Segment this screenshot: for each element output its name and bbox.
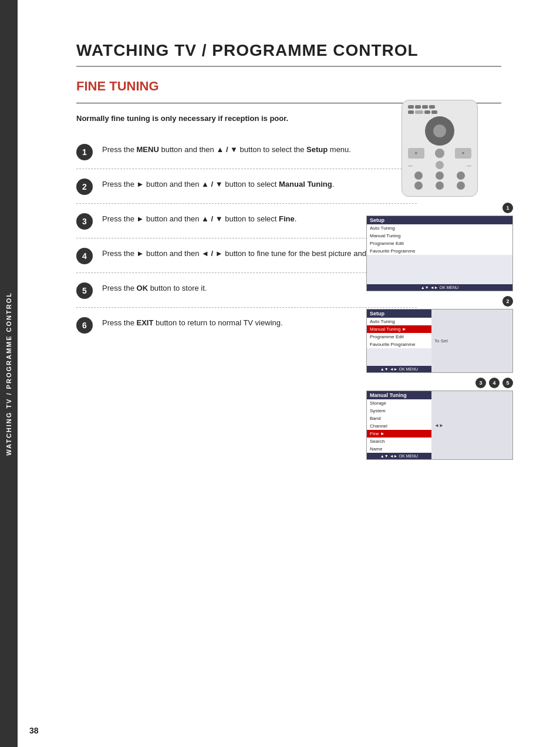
- diagram-label-3: 3 4 5: [366, 378, 513, 388]
- menu-item-system: System: [367, 407, 431, 415]
- remote-plus-row: + +: [408, 148, 471, 159]
- remote-center-icon: [435, 149, 444, 158]
- menu-item-favprog1: Favourite Programme: [367, 247, 512, 255]
- menu-title-setup2: Setup: [367, 309, 431, 318]
- step-row-2: 2 Press the ► button and then ▲ / ▼ butt…: [76, 169, 417, 204]
- main-content: WATCHING TV / PROGRAMME CONTROL FINE TUN…: [53, 23, 525, 359]
- step-row-6: 6 Press the EXIT button to return to nor…: [76, 308, 417, 342]
- menu-screenshot-setup1: Setup Auto Tuning Manual Tuning Programm…: [366, 216, 513, 291]
- step-indicator-1: 1: [502, 203, 513, 213]
- side-label-text: WATCHING TV / PROGRAMME CONTROL: [5, 292, 12, 456]
- menu-item-name: Name: [367, 445, 431, 453]
- step-text-1: Press the MENU button and then ▲ / ▼ but…: [102, 143, 351, 156]
- remote-round-btn-1: [414, 171, 423, 180]
- remote-plus-btn-left: +: [408, 148, 424, 159]
- step-row-4: 4 Press the ► button and then ◄ / ► butt…: [76, 238, 417, 273]
- remote-nav-circle: [425, 116, 454, 146]
- menu-screenshot-manualtuning: Manual Tuning Storage System Band Channe…: [366, 391, 513, 460]
- menu-item-manualtuning2: Manual Tuning ►: [367, 325, 431, 333]
- remote-plus-btn-right: +: [455, 148, 471, 159]
- remote-nav-inner: [433, 124, 446, 137]
- menu-title-setup1: Setup: [367, 216, 512, 224]
- page-number: 38: [29, 726, 39, 735]
- diagrams-area: + + — —: [366, 100, 513, 465]
- remote-round-btn-2: [436, 171, 444, 180]
- menu-item-favprog2: Favourite Programme: [367, 341, 431, 348]
- menu-left-manualtuning: Manual Tuning Storage System Band Channe…: [367, 391, 431, 459]
- menu-footer-3: ▲▼ ◄► OK MENU: [367, 453, 431, 459]
- step-row-5: 5 Press the OK button to store it.: [76, 273, 417, 308]
- menu-title-manualtuning: Manual Tuning: [367, 391, 431, 399]
- menu-item-autotuning2: Auto Tuning: [367, 318, 431, 325]
- menu-right-setup2: To Set: [431, 309, 512, 372]
- remote-diagram: + + — —: [402, 100, 478, 197]
- remote-small-buttons-row2: [408, 181, 471, 190]
- step-circle-4: 4: [76, 248, 93, 264]
- remote-round-btn-6: [457, 181, 465, 190]
- step-circle-6: 6: [76, 317, 93, 334]
- menu-right-manualtuning: ◄►: [431, 391, 512, 459]
- menu-left-setup2: Setup Auto Tuning Manual Tuning ► Progra…: [367, 309, 431, 372]
- step-row-1: 1 Press the MENU button and then ▲ / ▼ b…: [76, 134, 417, 169]
- step-text-4: Press the ► button and then ◄ / ► button…: [102, 247, 392, 260]
- menu-footer-2: ▲▼ ◄► OK MENU: [367, 366, 431, 372]
- steps-area: 1 Press the MENU button and then ▲ / ▼ b…: [76, 134, 417, 342]
- step-circle-2: 2: [76, 179, 93, 195]
- page-title: WATCHING TV / PROGRAMME CONTROL: [76, 41, 501, 67]
- menu-item-progedit1: Programme Edit: [367, 240, 512, 247]
- diagram-label-2: 2: [366, 296, 513, 307]
- remote-round-btn-3: [457, 171, 465, 180]
- step-circle-1: 1: [76, 144, 93, 160]
- menu-item-progedit2: Programme Edit: [367, 333, 431, 341]
- menu-item-band: Band: [367, 415, 431, 422]
- menu-item-manualtuning1: Manual Tuning: [367, 232, 512, 240]
- step-circle-3: 3: [76, 213, 93, 230]
- step-indicator-3: 3: [475, 378, 486, 388]
- side-label: WATCHING TV / PROGRAMME CONTROL: [0, 0, 18, 747]
- menu-item-channel: Channel: [367, 422, 431, 430]
- page-container: WATCHING TV / PROGRAMME CONTROL WATCHING…: [0, 0, 560, 747]
- menu-item-autotuning1: Auto Tuning: [367, 224, 512, 232]
- section-title: FINE TUNING: [76, 79, 501, 94]
- step-circle-5: 5: [76, 282, 93, 299]
- menu-screenshot-setup2: Setup Auto Tuning Manual Tuning ► Progra…: [366, 309, 513, 373]
- menu-footer-1: ▲▼ ◄► OK MENU: [367, 284, 512, 291]
- step-text-5: Press the OK button to store it.: [102, 281, 207, 294]
- remote-round-btn-5: [436, 181, 444, 190]
- menu-with-sub-manualtuning: Manual Tuning Storage System Band Channe…: [367, 391, 512, 459]
- menu-item-fine: Fine ►: [367, 430, 431, 438]
- menu-item-storage: Storage: [367, 399, 431, 407]
- step-indicator-2: 2: [502, 296, 513, 307]
- menu-item-search: Search: [367, 438, 431, 445]
- step-indicator-4: 4: [489, 378, 500, 388]
- menu-with-sub-setup2: Setup Auto Tuning Manual Tuning ► Progra…: [367, 309, 512, 372]
- step-row-3: 3 Press the ► button and then ▲ / ▼ butt…: [76, 204, 417, 238]
- step-text-6: Press the EXIT button to return to norma…: [102, 316, 283, 329]
- remote-round-btn-4: [414, 181, 423, 190]
- remote-small-buttons-row1: [408, 171, 471, 180]
- step-text-3: Press the ► button and then ▲ / ▼ button…: [102, 212, 296, 225]
- step-indicator-5: 5: [502, 378, 513, 388]
- diagram-label-1: 1: [366, 203, 513, 213]
- step-text-2: Press the ► button and then ▲ / ▼ button…: [102, 177, 334, 190]
